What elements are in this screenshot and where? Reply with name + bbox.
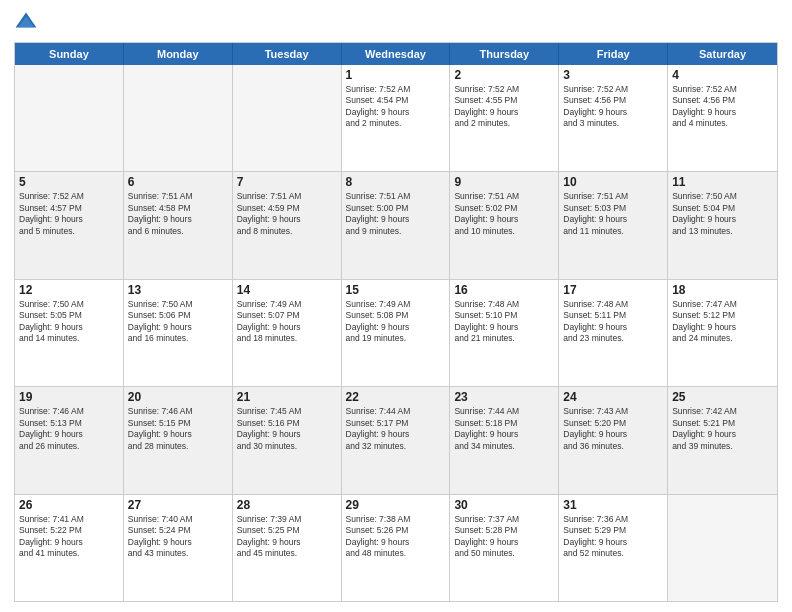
day-number: 7 [237,175,337,189]
cal-cell-30: 30Sunrise: 7:37 AMSunset: 5:28 PMDayligh… [450,495,559,601]
cal-cell-20: 20Sunrise: 7:46 AMSunset: 5:15 PMDayligh… [124,387,233,493]
day-number: 24 [563,390,663,404]
cell-info: Sunrise: 7:51 AMSunset: 4:58 PMDaylight:… [128,191,228,237]
week-row-3: 12Sunrise: 7:50 AMSunset: 5:05 PMDayligh… [15,280,777,387]
day-number: 22 [346,390,446,404]
day-number: 11 [672,175,773,189]
cell-info: Sunrise: 7:52 AMSunset: 4:55 PMDaylight:… [454,84,554,130]
cell-info: Sunrise: 7:52 AMSunset: 4:56 PMDaylight:… [672,84,773,130]
cell-info: Sunrise: 7:45 AMSunset: 5:16 PMDaylight:… [237,406,337,452]
cell-info: Sunrise: 7:40 AMSunset: 5:24 PMDaylight:… [128,514,228,560]
cell-info: Sunrise: 7:52 AMSunset: 4:57 PMDaylight:… [19,191,119,237]
cell-info: Sunrise: 7:50 AMSunset: 5:04 PMDaylight:… [672,191,773,237]
day-number: 17 [563,283,663,297]
cal-cell-1: 1Sunrise: 7:52 AMSunset: 4:54 PMDaylight… [342,65,451,171]
cal-cell-29: 29Sunrise: 7:38 AMSunset: 5:26 PMDayligh… [342,495,451,601]
cell-info: Sunrise: 7:38 AMSunset: 5:26 PMDaylight:… [346,514,446,560]
calendar: SundayMondayTuesdayWednesdayThursdayFrid… [14,42,778,602]
cell-info: Sunrise: 7:41 AMSunset: 5:22 PMDaylight:… [19,514,119,560]
cal-cell-24: 24Sunrise: 7:43 AMSunset: 5:20 PMDayligh… [559,387,668,493]
cal-cell-23: 23Sunrise: 7:44 AMSunset: 5:18 PMDayligh… [450,387,559,493]
cell-info: Sunrise: 7:46 AMSunset: 5:15 PMDaylight:… [128,406,228,452]
day-number: 20 [128,390,228,404]
day-number: 14 [237,283,337,297]
header [14,10,778,34]
day-number: 26 [19,498,119,512]
day-number: 30 [454,498,554,512]
day-number: 27 [128,498,228,512]
calendar-header: SundayMondayTuesdayWednesdayThursdayFrid… [15,43,777,65]
day-number: 29 [346,498,446,512]
day-number: 25 [672,390,773,404]
cal-cell-10: 10Sunrise: 7:51 AMSunset: 5:03 PMDayligh… [559,172,668,278]
header-day-thursday: Thursday [450,43,559,65]
cal-cell-18: 18Sunrise: 7:47 AMSunset: 5:12 PMDayligh… [668,280,777,386]
cal-cell-empty [233,65,342,171]
cell-info: Sunrise: 7:43 AMSunset: 5:20 PMDaylight:… [563,406,663,452]
cal-cell-13: 13Sunrise: 7:50 AMSunset: 5:06 PMDayligh… [124,280,233,386]
cal-cell-19: 19Sunrise: 7:46 AMSunset: 5:13 PMDayligh… [15,387,124,493]
day-number: 12 [19,283,119,297]
day-number: 6 [128,175,228,189]
day-number: 16 [454,283,554,297]
cal-cell-25: 25Sunrise: 7:42 AMSunset: 5:21 PMDayligh… [668,387,777,493]
cal-cell-8: 8Sunrise: 7:51 AMSunset: 5:00 PMDaylight… [342,172,451,278]
cal-cell-2: 2Sunrise: 7:52 AMSunset: 4:55 PMDaylight… [450,65,559,171]
day-number: 18 [672,283,773,297]
day-number: 23 [454,390,554,404]
day-number: 21 [237,390,337,404]
logo [14,10,42,34]
cal-cell-11: 11Sunrise: 7:50 AMSunset: 5:04 PMDayligh… [668,172,777,278]
cal-cell-31: 31Sunrise: 7:36 AMSunset: 5:29 PMDayligh… [559,495,668,601]
day-number: 19 [19,390,119,404]
cal-cell-3: 3Sunrise: 7:52 AMSunset: 4:56 PMDaylight… [559,65,668,171]
cell-info: Sunrise: 7:51 AMSunset: 5:00 PMDaylight:… [346,191,446,237]
cal-cell-21: 21Sunrise: 7:45 AMSunset: 5:16 PMDayligh… [233,387,342,493]
cell-info: Sunrise: 7:37 AMSunset: 5:28 PMDaylight:… [454,514,554,560]
cal-cell-15: 15Sunrise: 7:49 AMSunset: 5:08 PMDayligh… [342,280,451,386]
cell-info: Sunrise: 7:36 AMSunset: 5:29 PMDaylight:… [563,514,663,560]
cal-cell-9: 9Sunrise: 7:51 AMSunset: 5:02 PMDaylight… [450,172,559,278]
cell-info: Sunrise: 7:50 AMSunset: 5:06 PMDaylight:… [128,299,228,345]
day-number: 4 [672,68,773,82]
cell-info: Sunrise: 7:52 AMSunset: 4:54 PMDaylight:… [346,84,446,130]
header-day-wednesday: Wednesday [342,43,451,65]
cal-cell-6: 6Sunrise: 7:51 AMSunset: 4:58 PMDaylight… [124,172,233,278]
cal-cell-14: 14Sunrise: 7:49 AMSunset: 5:07 PMDayligh… [233,280,342,386]
cell-info: Sunrise: 7:46 AMSunset: 5:13 PMDaylight:… [19,406,119,452]
cell-info: Sunrise: 7:49 AMSunset: 5:07 PMDaylight:… [237,299,337,345]
cell-info: Sunrise: 7:44 AMSunset: 5:17 PMDaylight:… [346,406,446,452]
cell-info: Sunrise: 7:51 AMSunset: 5:02 PMDaylight:… [454,191,554,237]
cell-info: Sunrise: 7:42 AMSunset: 5:21 PMDaylight:… [672,406,773,452]
day-number: 10 [563,175,663,189]
cal-cell-27: 27Sunrise: 7:40 AMSunset: 5:24 PMDayligh… [124,495,233,601]
cal-cell-12: 12Sunrise: 7:50 AMSunset: 5:05 PMDayligh… [15,280,124,386]
cell-info: Sunrise: 7:52 AMSunset: 4:56 PMDaylight:… [563,84,663,130]
cal-cell-empty [124,65,233,171]
day-number: 15 [346,283,446,297]
cell-info: Sunrise: 7:48 AMSunset: 5:10 PMDaylight:… [454,299,554,345]
day-number: 5 [19,175,119,189]
header-day-saturday: Saturday [668,43,777,65]
cell-info: Sunrise: 7:48 AMSunset: 5:11 PMDaylight:… [563,299,663,345]
cell-info: Sunrise: 7:44 AMSunset: 5:18 PMDaylight:… [454,406,554,452]
day-number: 3 [563,68,663,82]
day-number: 1 [346,68,446,82]
day-number: 2 [454,68,554,82]
week-row-2: 5Sunrise: 7:52 AMSunset: 4:57 PMDaylight… [15,172,777,279]
header-day-sunday: Sunday [15,43,124,65]
cell-info: Sunrise: 7:50 AMSunset: 5:05 PMDaylight:… [19,299,119,345]
cal-cell-empty [15,65,124,171]
cal-cell-7: 7Sunrise: 7:51 AMSunset: 4:59 PMDaylight… [233,172,342,278]
header-day-monday: Monday [124,43,233,65]
header-day-friday: Friday [559,43,668,65]
cal-cell-empty [668,495,777,601]
week-row-1: 1Sunrise: 7:52 AMSunset: 4:54 PMDaylight… [15,65,777,172]
header-day-tuesday: Tuesday [233,43,342,65]
cal-cell-4: 4Sunrise: 7:52 AMSunset: 4:56 PMDaylight… [668,65,777,171]
day-number: 13 [128,283,228,297]
cal-cell-17: 17Sunrise: 7:48 AMSunset: 5:11 PMDayligh… [559,280,668,386]
page: SundayMondayTuesdayWednesdayThursdayFrid… [0,0,792,612]
cal-cell-5: 5Sunrise: 7:52 AMSunset: 4:57 PMDaylight… [15,172,124,278]
cal-cell-22: 22Sunrise: 7:44 AMSunset: 5:17 PMDayligh… [342,387,451,493]
